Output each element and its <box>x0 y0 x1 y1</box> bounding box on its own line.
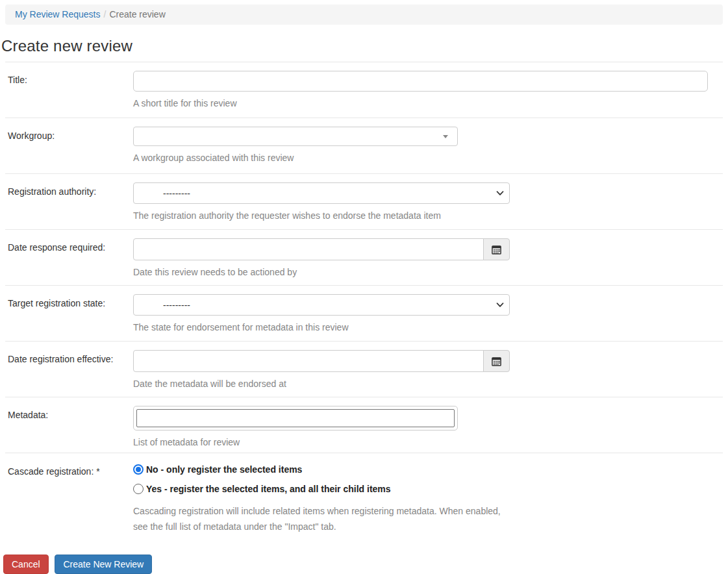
workgroup-help: A workgroup associated with this review <box>133 152 723 164</box>
date-registration-effective-group <box>133 350 510 372</box>
date-response-required-label: Date response required: <box>8 242 105 253</box>
date-response-required-help: Date this review needs to be actioned by <box>133 266 723 278</box>
breadcrumb-separator: / <box>101 9 110 19</box>
registration-authority-label: Registration authority: <box>8 186 96 197</box>
date-registration-effective-calendar-button[interactable] <box>483 350 510 372</box>
form-row-date-registration-effective: Date registration effective: <box>5 342 723 397</box>
breadcrumb-link-my-review-requests[interactable]: My Review Requests <box>15 9 101 19</box>
registration-authority-help: The registration authority the requester… <box>133 210 723 221</box>
form-row-cascade-registration: Cascade registration: * No - only regist… <box>5 453 723 534</box>
form-row-target-registration-state: Target registration state: --------- The… <box>5 286 723 342</box>
date-registration-effective-label: Date registration effective: <box>8 354 113 364</box>
page-container: My Review Requests/Create review Create … <box>0 0 728 574</box>
radio-selected-icon <box>133 464 144 475</box>
metadata-multiselect[interactable] <box>133 406 458 430</box>
cascade-radio-no-label: No - only register the selected items <box>146 462 302 477</box>
target-registration-state-select[interactable]: --------- <box>133 294 510 316</box>
date-registration-effective-input[interactable] <box>133 350 484 372</box>
breadcrumb: My Review Requests/Create review <box>5 5 723 25</box>
required-indicator: * <box>96 466 99 477</box>
target-registration-state-label: Target registration state: <box>8 298 105 308</box>
date-response-required-input[interactable] <box>133 238 484 260</box>
radio-unselected-icon <box>133 484 144 494</box>
cascade-registration-help: Cascading registration will include rela… <box>133 503 507 534</box>
title-label: Title: <box>8 75 27 85</box>
date-registration-effective-help: Date the metadata will be endorsed at <box>133 378 723 390</box>
metadata-label: Metadata: <box>8 410 48 420</box>
page-header: Create new review <box>5 37 723 62</box>
cascade-radio-yes-label: Yes - register the selected items, and a… <box>146 482 391 496</box>
form-row-registration-authority: Registration authority: --------- The re… <box>5 174 723 230</box>
metadata-help: List of metadata for review <box>133 436 723 448</box>
date-response-required-calendar-button[interactable] <box>483 238 510 260</box>
form-row-date-response-required: Date response required: Date <box>5 230 723 286</box>
breadcrumb-current: Create review <box>109 9 165 19</box>
form-row-metadata: Metadata: List of metadata for review <box>5 397 723 453</box>
workgroup-label: Workgroup: <box>8 131 55 141</box>
dropdown-arrow-icon <box>443 135 448 138</box>
page-title: Create new review <box>1 37 723 62</box>
form-row-title: Title: A short title for this review <box>5 62 723 118</box>
calendar-icon <box>492 356 501 366</box>
workgroup-select[interactable] <box>133 127 458 146</box>
form-row-workgroup: Workgroup: A workgroup associated with t… <box>5 118 723 174</box>
metadata-input[interactable] <box>136 409 455 427</box>
cancel-button[interactable]: Cancel <box>3 555 49 574</box>
title-input[interactable] <box>133 71 708 92</box>
calendar-icon <box>492 245 501 255</box>
form-actions: Cancel Create New Review <box>5 555 723 574</box>
create-new-review-button[interactable]: Create New Review <box>55 555 152 574</box>
cascade-registration-label: Cascade registration: * <box>8 466 100 477</box>
target-registration-state-help: The state for endorsement for metadata i… <box>133 321 723 333</box>
cascade-radio-yes[interactable]: Yes - register the selected items, and a… <box>133 482 723 496</box>
registration-authority-select[interactable]: --------- <box>133 182 510 204</box>
title-help: A short title for this review <box>133 97 723 109</box>
date-response-required-group <box>133 238 510 260</box>
cascade-radio-no[interactable]: No - only register the selected items <box>133 462 723 477</box>
